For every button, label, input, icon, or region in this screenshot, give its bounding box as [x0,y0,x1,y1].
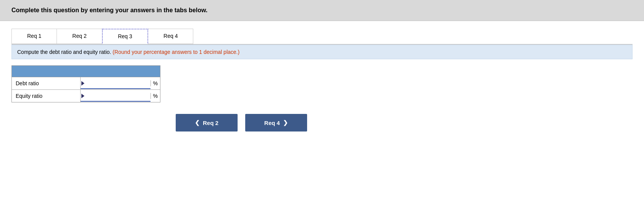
debt-ratio-unit: % [150,80,160,86]
next-button[interactable]: Req 4 [245,114,307,131]
debt-ratio-arrow-icon [81,81,84,86]
debt-ratio-label: Debt ratio [12,77,81,89]
equity-ratio-label: Equity ratio [12,90,81,102]
header-banner: Complete this question by entering your … [0,0,644,21]
tabs-row: Req 1 Req 2 Req 3 Req 4 [11,29,633,45]
header-title: Complete this question by entering your … [11,7,207,13]
next-button-label: Req 4 [264,120,280,126]
table-header [12,66,160,77]
prev-button[interactable]: Req 2 [176,114,238,131]
tab-req3[interactable]: Req 3 [102,29,148,44]
table-row-equity: Equity ratio % [12,90,160,102]
table-row-debt: Debt ratio % [12,77,160,90]
main-content: Req 1 Req 2 Req 3 Req 4 Compute the debt… [0,21,644,139]
equity-ratio-arrow-icon [81,94,84,98]
chevron-right-icon [283,119,288,126]
debt-ratio-input[interactable] [81,78,150,89]
tab-req1[interactable]: Req 1 [11,29,57,44]
equity-ratio-input-cell [81,90,150,102]
instruction-text: Compute the debt ratio and equity ratio. [17,49,113,55]
nav-buttons-row: Req 2 Req 4 [176,114,633,131]
tab-req4[interactable]: Req 4 [148,29,193,44]
equity-ratio-unit: % [150,93,160,99]
chevron-left-icon [195,119,200,126]
instruction-highlight: (Round your percentage answers to 1 deci… [113,49,239,55]
data-table: Debt ratio % Equity ratio % [11,65,160,102]
tab-req2[interactable]: Req 2 [57,29,102,44]
prev-button-label: Req 2 [203,120,218,126]
instruction-bar: Compute the debt ratio and equity ratio.… [11,45,633,59]
debt-ratio-input-cell [81,78,150,89]
equity-ratio-input[interactable] [81,90,150,102]
